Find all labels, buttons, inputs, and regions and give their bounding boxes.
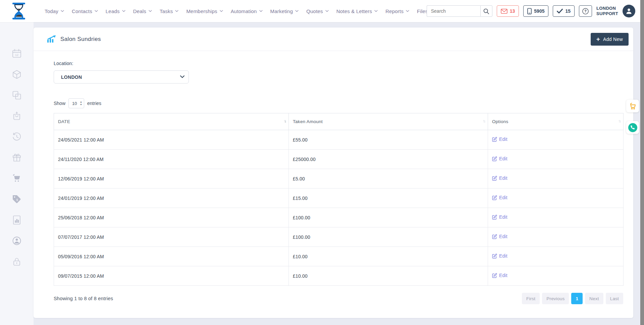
location-select[interactable]: LONDON bbox=[54, 70, 189, 84]
sort-icon: ↑↓ bbox=[283, 119, 285, 123]
table-row: 12/06/2019 12:00 AM £5.00 Edit bbox=[54, 169, 624, 188]
plus-icon: + bbox=[596, 36, 600, 42]
chevron-down-icon bbox=[259, 10, 263, 12]
edit-link[interactable]: Edit bbox=[492, 156, 507, 161]
pagination-first[interactable]: First bbox=[522, 293, 540, 304]
lock-icon bbox=[12, 257, 22, 267]
sidebar-item-reports[interactable] bbox=[11, 214, 23, 226]
cart-icon bbox=[12, 173, 22, 183]
nav-item[interactable]: Contacts bbox=[72, 8, 98, 14]
nav-item[interactable]: Today bbox=[45, 8, 64, 14]
nav-item-label: Today bbox=[45, 8, 58, 14]
svg-text:12: 12 bbox=[15, 53, 18, 57]
phone-icon bbox=[630, 125, 635, 130]
nav-item[interactable]: Leads bbox=[106, 8, 125, 14]
phone-circle bbox=[628, 123, 637, 132]
options-cell: Edit bbox=[488, 169, 624, 188]
options-cell: Edit bbox=[488, 247, 624, 266]
edit-link[interactable]: Edit bbox=[492, 175, 507, 181]
sidebar-item-cart[interactable] bbox=[11, 172, 23, 184]
search-input[interactable] bbox=[427, 5, 480, 17]
mobile-phone-icon bbox=[527, 8, 532, 14]
edit-link[interactable]: Edit bbox=[492, 195, 507, 200]
column-header-options[interactable]: Options ↑↓ bbox=[488, 113, 624, 130]
cart-float-button[interactable] bbox=[626, 100, 639, 112]
nav-item-label: Memberships bbox=[186, 8, 217, 14]
date-cell: 24/05/2021 12:00 AM bbox=[54, 130, 289, 150]
column-header-taken-amount[interactable]: Taken Amount ↑↓ bbox=[289, 113, 488, 130]
nav-item[interactable]: Notes & Letters bbox=[336, 8, 378, 14]
sidebar-item-calendar[interactable]: 12 bbox=[11, 48, 23, 60]
nav-item[interactable]: Marketing bbox=[270, 8, 299, 14]
question-circle-icon: ? bbox=[582, 8, 589, 15]
nav-item[interactable]: Deals bbox=[133, 8, 152, 14]
search-group bbox=[427, 5, 492, 17]
top-bar: Today Contacts Leads Deals bbox=[0, 0, 644, 22]
nav-item-label: Tasks bbox=[160, 8, 173, 14]
amount-cell: £5.00 bbox=[289, 169, 488, 188]
sidebar-item-products[interactable] bbox=[11, 68, 23, 80]
hourglass-logo-icon bbox=[10, 2, 28, 20]
nav-item[interactable]: Reports bbox=[385, 8, 409, 14]
date-cell: 07/07/2017 12:00 AM bbox=[54, 227, 289, 247]
edit-pencil-icon bbox=[492, 176, 497, 181]
vertical-scrollbar[interactable] bbox=[640, 0, 644, 325]
package-icon bbox=[12, 69, 22, 79]
tasks-button[interactable]: 15 bbox=[553, 5, 575, 17]
amount-cell: £15.00 bbox=[289, 188, 488, 208]
nav-item[interactable]: Automation bbox=[231, 8, 263, 14]
edit-pencil-icon bbox=[492, 156, 497, 161]
edit-link[interactable]: Edit bbox=[492, 137, 507, 142]
sidebar-item-pricing[interactable]: $ bbox=[11, 193, 23, 205]
edit-link[interactable]: Edit bbox=[492, 234, 507, 239]
amount-cell: £25000.00 bbox=[289, 150, 488, 169]
panel-content: Location: LONDON Show 10 ▲▼ entries bbox=[34, 61, 633, 304]
sidebar-item-history[interactable] bbox=[11, 131, 23, 143]
pagination-page-1[interactable]: 1 bbox=[571, 293, 583, 304]
phone-float-button[interactable] bbox=[626, 121, 639, 134]
user-avatar[interactable] bbox=[623, 5, 635, 17]
nav-item-label: Notes & Letters bbox=[336, 8, 372, 14]
checkmark-icon bbox=[557, 9, 563, 13]
app-logo[interactable] bbox=[10, 2, 28, 21]
pagination-previous[interactable]: Previous bbox=[542, 293, 569, 304]
pagination-last[interactable]: Last bbox=[606, 293, 623, 304]
user-circle-icon bbox=[12, 236, 22, 246]
date-cell: 24/11/2020 12:00 AM bbox=[54, 150, 289, 169]
sidebar-item-duplicates[interactable] bbox=[11, 89, 23, 101]
pagination-next[interactable]: Next bbox=[585, 293, 603, 304]
location-select-wrap: LONDON bbox=[54, 70, 189, 84]
pagination: First Previous 1 Next Last bbox=[522, 293, 623, 304]
sidebar-item-orders[interactable] bbox=[11, 110, 23, 122]
user-name: LONDON SUPPORT bbox=[596, 6, 618, 16]
sidebar-item-account[interactable] bbox=[11, 235, 23, 247]
column-header-date[interactable]: DATE ↑↓ bbox=[54, 113, 289, 130]
search-icon bbox=[483, 8, 489, 14]
add-new-button[interactable]: + Add New bbox=[591, 33, 629, 46]
options-cell: Edit bbox=[488, 150, 624, 169]
nav-item[interactable]: Memberships bbox=[186, 8, 223, 14]
edit-pencil-icon bbox=[492, 137, 497, 142]
table-row: 07/07/2017 12:00 AM £100.00 Edit bbox=[54, 227, 624, 247]
history-icon bbox=[12, 132, 22, 142]
sidebar-item-security[interactable] bbox=[11, 256, 23, 268]
edit-link[interactable]: Edit bbox=[492, 214, 507, 220]
calls-button[interactable]: 5905 bbox=[523, 5, 548, 17]
sort-icon: ↑↓ bbox=[618, 119, 620, 123]
nav-item-label: Quotes bbox=[306, 8, 323, 14]
chevron-down-icon bbox=[95, 10, 98, 12]
amount-cell: £100.00 bbox=[289, 227, 488, 247]
sidebar-item-gift-vouchers[interactable] bbox=[11, 152, 23, 164]
edit-link[interactable]: Edit bbox=[492, 273, 507, 278]
messages-button[interactable]: 13 bbox=[497, 5, 519, 17]
person-icon bbox=[625, 7, 633, 15]
edit-link[interactable]: Edit bbox=[492, 253, 507, 259]
nav-item[interactable]: Tasks bbox=[160, 8, 178, 14]
entries-label: entries bbox=[87, 101, 101, 106]
search-button[interactable] bbox=[480, 5, 492, 17]
nav-item[interactable]: Quotes bbox=[306, 8, 329, 14]
edit-pencil-icon bbox=[492, 215, 497, 220]
page-length-select[interactable]: 10 bbox=[68, 98, 84, 108]
panel-header: Salon Sundries + Add New bbox=[34, 28, 633, 51]
help-button[interactable]: ? bbox=[579, 5, 592, 17]
